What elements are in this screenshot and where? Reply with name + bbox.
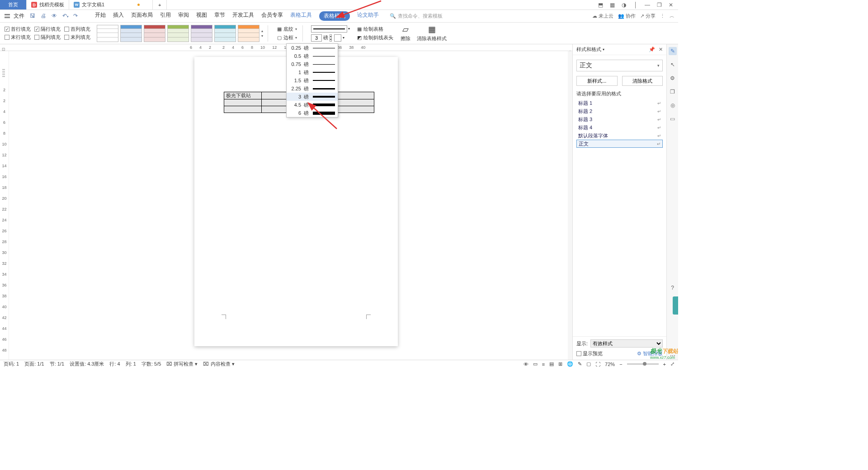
grid-icon[interactable]: ▦	[609, 1, 616, 9]
status-page[interactable]: 页面: 1/1	[24, 361, 44, 367]
weight-option-1.5[interactable]: 1.5磅	[287, 76, 338, 85]
new-style-button[interactable]: 新样式...	[576, 76, 618, 86]
style-item[interactable]: 标题 2↵	[576, 107, 663, 115]
weight-value-field[interactable]	[311, 34, 322, 42]
menu-view[interactable]: 视图	[196, 11, 207, 21]
zoom-in-button[interactable]: +	[663, 362, 666, 367]
zoom-out-button[interactable]: −	[619, 362, 622, 367]
vertical-scrollbar[interactable]	[568, 51, 572, 360]
weight-option-0.75[interactable]: 0.75磅	[287, 60, 338, 68]
tab-home[interactable]: 首页	[0, 0, 27, 9]
skin-icon[interactable]: ◑	[620, 1, 627, 9]
table-cell-1-3[interactable]	[337, 99, 374, 106]
maximize-button[interactable]: ❐	[656, 1, 663, 9]
style-orange[interactable]	[238, 25, 259, 42]
tab-add[interactable]: +	[153, 0, 167, 9]
status-globe-icon[interactable]: 🌐	[567, 361, 573, 367]
style-item[interactable]: 标题 4↵	[576, 123, 663, 132]
menu-page-layout[interactable]: 页面布局	[131, 11, 153, 21]
chk-alt-col[interactable]: 隔列填充	[34, 34, 61, 41]
menu-section[interactable]: 章节	[214, 11, 225, 21]
shading-button[interactable]: ▦底纹▾	[276, 25, 298, 33]
file-menu[interactable]: 文件	[14, 12, 24, 20]
print-direct-icon[interactable]: 🖨	[41, 13, 48, 20]
menu-start[interactable]: 开始	[95, 11, 106, 21]
sidebar-settings-icon[interactable]: ⚙	[669, 74, 677, 82]
status-col[interactable]: 列: 1	[126, 361, 136, 367]
style-blue[interactable]	[120, 25, 142, 42]
weight-option-1[interactable]: 1磅	[287, 68, 338, 76]
weight-option-2.25[interactable]: 2.25磅	[287, 85, 338, 93]
sidebar-layers-icon[interactable]: ❐	[669, 88, 677, 96]
line-style-preview[interactable]	[311, 25, 347, 33]
status-content[interactable]: ⌧ 内容检查 ▾	[203, 361, 234, 367]
sidebar-read-icon[interactable]: ▭	[669, 115, 677, 123]
status-pen-icon[interactable]: ✎	[578, 361, 582, 367]
style-plain[interactable]	[97, 25, 118, 42]
chk-first-row[interactable]: 首行填充	[5, 26, 31, 33]
weight-option-3[interactable]: 3磅	[287, 93, 338, 101]
print-preview-icon[interactable]: 👁	[52, 13, 59, 20]
border-button[interactable]: ▢边框▾	[276, 34, 298, 42]
status-section[interactable]: 节: 1/1	[50, 361, 64, 367]
status-chars[interactable]: 字数: 5/5	[142, 361, 161, 367]
status-view-read-icon[interactable]: ⊞	[558, 361, 562, 367]
weight-spinner[interactable]: ▴▾	[330, 34, 332, 42]
pin-icon[interactable]: 📌	[649, 47, 655, 52]
status-fit-icon[interactable]: ⛶	[595, 362, 600, 367]
clear-format-button[interactable]: 清除格式	[622, 76, 663, 86]
draw-table-button[interactable]: ▦绘制表格	[356, 25, 394, 33]
sidebar-location-icon[interactable]: ◎	[669, 101, 677, 109]
status-zoom-value[interactable]: 72%	[605, 362, 615, 367]
chk-last-row[interactable]: 末行填充	[5, 34, 31, 41]
style-item[interactable]: 默认段落字体↵	[576, 132, 663, 140]
tab-document[interactable]: 文字文稿1	[69, 0, 153, 9]
status-view-print-icon[interactable]: ▭	[533, 361, 538, 367]
chk-first-col[interactable]: 首列填充	[64, 26, 90, 33]
zoom-slider[interactable]	[627, 363, 659, 365]
close-button[interactable]: ✕	[667, 1, 675, 9]
style-red[interactable]	[144, 25, 165, 42]
status-eye-icon[interactable]: 👁	[524, 362, 528, 367]
command-search[interactable]: 🔍 查找命令、搜索模板	[390, 13, 443, 19]
minimize-button[interactable]: —	[644, 1, 651, 9]
panel-close-icon[interactable]: ✕	[659, 47, 663, 52]
current-style-combo[interactable]: 正文 ▾	[576, 60, 663, 71]
cloud-status[interactable]: ☁ 未上云	[592, 13, 613, 19]
share-button[interactable]: ↗ 分享	[640, 13, 656, 19]
status-view-outline-icon[interactable]: ≡	[542, 362, 545, 367]
table-cell-0-0[interactable]: 极光下载站	[224, 92, 262, 99]
menu-review[interactable]: 审阅	[178, 11, 189, 21]
style-green[interactable]	[167, 25, 189, 42]
status-spell[interactable]: ⌧ 拼写检查 ▾	[166, 361, 198, 367]
sidebar-tab-handle[interactable]	[673, 296, 678, 315]
collapse-ribbon-icon[interactable]: ︿	[670, 13, 675, 19]
status-square-icon[interactable]: ▢	[586, 361, 591, 367]
hamburger-icon[interactable]	[4, 13, 11, 19]
gallery-scroll[interactable]: ▴▾	[261, 25, 263, 42]
menu-dev-tools[interactable]: 开发工具	[232, 11, 254, 21]
more-icon[interactable]: ⋮	[660, 13, 665, 19]
menu-insert[interactable]: 插入	[113, 11, 124, 21]
style-cyan[interactable]	[214, 25, 236, 42]
show-preview-check[interactable]: 显示预览	[576, 350, 603, 357]
table-cell-0-3[interactable]	[337, 92, 374, 99]
status-row[interactable]: 行: 4	[109, 361, 120, 367]
clear-style-icon[interactable]: ▦	[428, 24, 436, 34]
table-styles-gallery[interactable]: ▴▾	[97, 25, 263, 42]
table-cell-1-0[interactable]	[224, 99, 262, 106]
style-item[interactable]: 正文↵	[576, 140, 663, 148]
status-expand-icon[interactable]: ⤢	[670, 361, 675, 367]
tab-templates[interactable]: D 找稻壳模板	[27, 0, 69, 9]
chk-alt-row[interactable]: 隔行填充	[34, 26, 61, 33]
chk-last-col[interactable]: 末列填充	[64, 34, 90, 41]
menu-table-tools[interactable]: 表格工具	[290, 11, 312, 21]
cooperate-button[interactable]: 👥 协作	[618, 13, 636, 19]
status-view-web-icon[interactable]: ▤	[549, 361, 554, 367]
status-page-no[interactable]: 页码: 1	[4, 361, 19, 367]
menu-references[interactable]: 引用	[160, 11, 171, 21]
undo-icon[interactable]: ↶▾	[62, 13, 70, 20]
layout-icon[interactable]: ⬒	[597, 1, 604, 9]
style-item[interactable]: 标题 3↵	[576, 115, 663, 123]
save-icon[interactable]: 🖫	[30, 13, 37, 20]
